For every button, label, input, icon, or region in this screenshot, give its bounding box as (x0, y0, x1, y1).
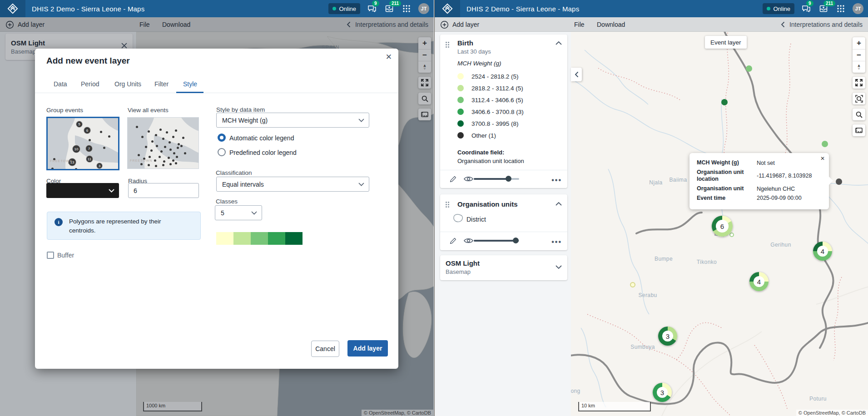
cancel-button[interactable]: Cancel (311, 341, 339, 357)
user-avatar[interactable]: JT (853, 3, 863, 14)
online-status-badge: Online (763, 3, 794, 14)
add-event-layer-dialog: Add new event layer ✕ Data Period Org Un… (35, 49, 398, 369)
messages-button[interactable]: 9 (367, 3, 377, 14)
dhis2-logo-icon[interactable] (0, 0, 25, 17)
add-layer-submit-button[interactable]: Add layer (347, 340, 388, 357)
more-options-icon[interactable]: ••• (551, 176, 562, 184)
collapse-chevron-icon[interactable] (556, 41, 562, 45)
interpretations-label: Interpretations and details (789, 21, 863, 28)
event-point-marker[interactable] (746, 65, 752, 72)
header-actions: Online 9 211 JT (763, 0, 863, 17)
edit-pencil-icon[interactable] (447, 173, 458, 184)
automatic-legend-label: Automatic color legend (229, 134, 294, 142)
event-point-marker[interactable] (630, 282, 635, 287)
event-cluster-marker[interactable]: 4 (813, 242, 832, 261)
compass-icon[interactable]: ▲▼ (853, 61, 865, 73)
tab-period[interactable]: Period (81, 75, 99, 93)
style-by-value: MCH Weight (g) (222, 117, 268, 124)
automatic-legend-radio[interactable] (218, 134, 226, 142)
classes-select[interactable]: 5 (215, 205, 262, 220)
radius-input[interactable]: 6 (128, 183, 199, 198)
buffer-checkbox[interactable] (47, 252, 54, 259)
event-cluster-marker[interactable]: 3 (653, 383, 672, 402)
inbox-button[interactable]: 211 (384, 3, 395, 14)
add-layer-button[interactable]: Add layer (440, 17, 479, 32)
buffer-label: Buffer (57, 252, 74, 259)
chevron-down-icon (251, 211, 257, 215)
tab-org-units[interactable]: Org Units (114, 75, 141, 93)
opacity-slider[interactable] (474, 178, 519, 180)
tab-style[interactable]: Style (183, 75, 197, 93)
event-point-marker[interactable] (822, 141, 828, 147)
event-popup: ✕ MCH Weight (g)Not set Organisation uni… (689, 153, 829, 209)
town-label: Gerihun (770, 242, 791, 248)
tab-filter[interactable]: Filter (154, 75, 169, 93)
opacity-slider[interactable] (474, 240, 519, 242)
dialog-title: Add new event layer (46, 56, 130, 66)
edit-pencil-icon[interactable] (447, 235, 458, 246)
messages-button[interactable]: 9 (801, 3, 812, 14)
menu-file[interactable]: File (574, 17, 585, 32)
apps-menu-button[interactable] (835, 3, 846, 14)
menu-download[interactable]: Download (597, 17, 625, 32)
visibility-eye-icon[interactable] (463, 235, 474, 246)
popup-close-icon[interactable]: ✕ (820, 155, 825, 162)
drag-handle[interactable] (446, 202, 449, 208)
town-label: Njala (649, 179, 662, 186)
dialog-tabs: Data Period Org Units Filter Style (35, 75, 398, 93)
style-by-select[interactable]: MCH Weight (g) (216, 113, 369, 128)
apps-menu-button[interactable] (401, 3, 412, 14)
basemap-subtitle: Basemap (446, 268, 471, 275)
scale-bar: 10 km (578, 402, 651, 411)
predefined-legend-radio[interactable] (218, 148, 226, 156)
chevron-down-icon (358, 119, 364, 122)
zoom-in-button[interactable]: + (853, 37, 865, 49)
classification-select[interactable]: Equal intervals (216, 177, 369, 192)
cluster-marker: 10 (72, 145, 80, 153)
maps-window-right: DHIS 2 Demo - Sierra Leone - Maps Online… (434, 0, 868, 416)
tab-data[interactable]: Data (54, 75, 67, 93)
fullscreen-button[interactable] (853, 77, 865, 89)
legend-swatch (457, 109, 464, 115)
online-dot-icon (767, 7, 770, 10)
panel-collapse-button[interactable] (571, 68, 582, 81)
expand-chevron-icon[interactable] (556, 265, 562, 269)
chevron-left-icon (781, 21, 785, 28)
more-options-icon[interactable]: ••• (551, 238, 562, 246)
inbox-button[interactable]: 211 (818, 3, 829, 14)
online-status-badge: Online (328, 3, 360, 14)
color-select[interactable] (46, 183, 119, 198)
event-point-marker[interactable] (721, 99, 728, 105)
event-cluster-marker[interactable]: 4 (749, 272, 769, 291)
event-cluster-marker[interactable]: 6 (712, 216, 733, 237)
view-all-events-option[interactable]: FREETOWN (127, 117, 199, 169)
legend-title: MCH Weight (g) (457, 60, 501, 67)
visibility-eye-icon[interactable] (463, 173, 474, 184)
classification-value: Equal intervals (222, 181, 264, 188)
search-button[interactable] (853, 109, 865, 120)
user-avatar[interactable]: JT (418, 3, 429, 14)
measure-button[interactable] (853, 124, 865, 136)
dhis2-logo-icon[interactable] (435, 0, 460, 17)
town-label: Sumbuya (630, 344, 655, 350)
dialog-close-icon[interactable]: ✕ (386, 52, 392, 62)
town-label: Baiima (669, 177, 687, 183)
group-events-option[interactable]: 5 6 10 7 13 11 3 FREETOWN (46, 117, 119, 170)
zoom-out-button[interactable]: − (853, 49, 865, 61)
cluster-marker: 7 (85, 145, 93, 152)
event-layer-chip[interactable]: Event layer (705, 36, 747, 49)
color-ramp (216, 232, 303, 245)
file-menu-bar: Add layer File Download Interpretations … (435, 17, 868, 32)
zoom-to-area-button[interactable] (853, 93, 865, 104)
district-polygon-icon (452, 213, 464, 223)
header-bar: DHIS 2 Demo - Sierra Leone - Maps Online… (435, 0, 868, 17)
legend-item: 3112.4 - 3406.6 (5) (457, 94, 524, 106)
drag-handle[interactable] (446, 42, 449, 48)
popup-row: Organisation unit location-11.419687, 8.… (697, 169, 822, 183)
collapse-chevron-icon[interactable] (556, 202, 562, 206)
event-cluster-marker[interactable]: 3 (658, 327, 677, 346)
header-bar: DHIS 2 Demo - Sierra Leone - Maps Online… (0, 0, 434, 17)
event-layer-card: Birth Last 30 days MCH Weight (g) 2524 -… (440, 35, 567, 188)
view-all-events-label: View all events (128, 107, 169, 114)
interpretations-toggle[interactable]: Interpretations and details (781, 17, 863, 32)
